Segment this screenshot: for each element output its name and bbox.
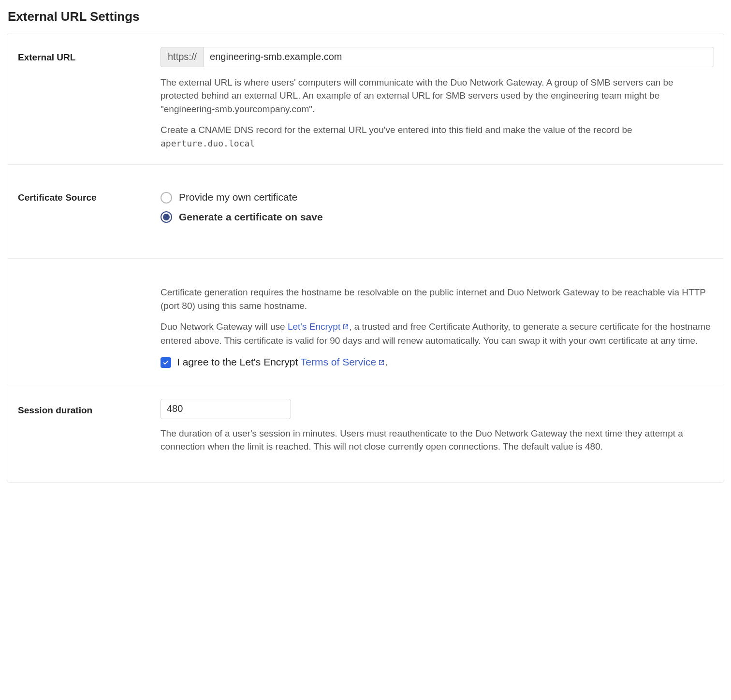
- external-url-help-1: The external URL is where users' compute…: [161, 76, 714, 116]
- lets-encrypt-link[interactable]: Let's Encrypt: [288, 321, 349, 332]
- radio-own-cert-button[interactable]: [161, 192, 172, 204]
- external-url-label: External URL: [18, 52, 75, 62]
- row-cert-source: Certificate Source Provide my own certif…: [7, 165, 724, 259]
- radio-generate-cert-label: Generate a certificate on save: [179, 210, 323, 224]
- tos-link[interactable]: Terms of Service: [301, 356, 385, 367]
- cert-gen-help-2: Duo Network Gateway will use Let's Encry…: [161, 320, 714, 347]
- tos-agree-checkbox[interactable]: [161, 357, 171, 368]
- tos-agree-text-pre: I agree to the Let's Encrypt: [177, 356, 301, 367]
- settings-panel: External URL https:// The external URL i…: [7, 33, 724, 483]
- cert-source-label: Certificate Source: [18, 192, 97, 203]
- cname-value-code: aperture.duo.local: [161, 138, 255, 148]
- radio-generate-cert-button[interactable]: [161, 211, 172, 223]
- session-duration-help: The duration of a user's session in minu…: [161, 427, 714, 453]
- section-title: External URL Settings: [8, 8, 724, 26]
- row-session-duration: Session duration The duration of a user'…: [7, 385, 724, 482]
- row-cert-details: Certificate generation requires the host…: [7, 259, 724, 385]
- tos-agree-text-post: .: [385, 356, 388, 367]
- tos-agree-line: I agree to the Let's Encrypt Terms of Se…: [161, 355, 714, 370]
- radio-own-cert-label: Provide my own certificate: [179, 190, 297, 204]
- radio-own-cert[interactable]: Provide my own certificate: [161, 190, 714, 204]
- radio-generate-cert[interactable]: Generate a certificate on save: [161, 210, 714, 224]
- external-link-icon: [342, 321, 349, 334]
- session-duration-label: Session duration: [18, 405, 92, 415]
- external-url-prefix: https://: [161, 47, 204, 67]
- check-icon: [162, 359, 169, 366]
- external-url-input-group: https://: [161, 47, 714, 67]
- external-link-icon: [378, 355, 385, 370]
- session-duration-input[interactable]: [161, 399, 291, 419]
- row-external-url: External URL https:// The external URL i…: [7, 33, 724, 165]
- external-url-input[interactable]: [204, 47, 714, 67]
- cert-gen-help-1: Certificate generation requires the host…: [161, 286, 714, 312]
- external-url-help-2: Create a CNAME DNS record for the extern…: [161, 123, 714, 150]
